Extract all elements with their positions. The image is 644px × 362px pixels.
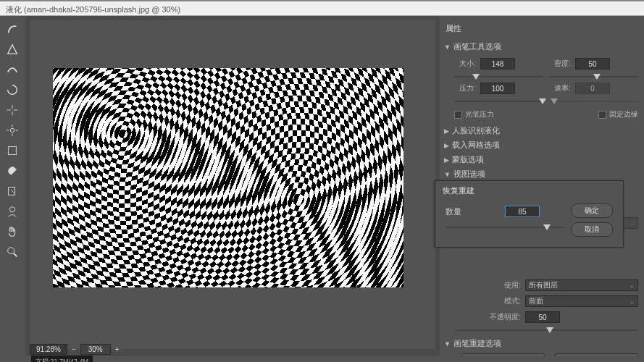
- section-view-options[interactable]: ▼视图选项: [444, 167, 638, 182]
- size-label: 大小:: [454, 59, 476, 69]
- dialog-title: 恢复重建: [435, 181, 623, 199]
- section-load-mesh[interactable]: ▶载入网格选项: [444, 138, 638, 153]
- stylus-pressure-checkbox[interactable]: 光笔压力: [454, 109, 494, 119]
- section-brush-tool-options[interactable]: ▼画笔工具选项: [444, 40, 638, 54]
- size-slider[interactable]: [454, 73, 543, 80]
- opacity-slider[interactable]: [454, 327, 638, 334]
- density-slider[interactable]: [549, 73, 638, 80]
- svg-point-14: [8, 248, 14, 254]
- twirl-tool-icon[interactable]: [4, 83, 20, 97]
- bloat-tool-icon[interactable]: [4, 123, 20, 138]
- pressure-label: 压力:: [454, 83, 476, 93]
- zoom-minus-icon[interactable]: −: [72, 345, 76, 353]
- triangle-down-icon: ▼: [444, 171, 451, 178]
- section-mask-options[interactable]: ▶蒙版选项: [444, 153, 638, 167]
- face-tool-icon[interactable]: [4, 204, 20, 219]
- svg-line-12: [12, 190, 15, 193]
- svg-rect-10: [9, 147, 17, 155]
- svg-rect-11: [9, 188, 15, 195]
- mode-label: 模式:: [485, 296, 521, 306]
- triangle-right-icon: ▶: [444, 142, 449, 149]
- dialog-ok-button[interactable]: 确定: [571, 203, 613, 218]
- thaw-mask-tool-icon[interactable]: [4, 184, 20, 198]
- doc-status: 文档:21.7M/43.4M: [31, 355, 93, 362]
- triangle-right-icon: ▶: [444, 156, 449, 164]
- use-select[interactable]: 所有图层⌄: [525, 279, 638, 291]
- amount-label: 数量: [446, 206, 461, 217]
- zoom-percent[interactable]: 91.28%: [30, 344, 67, 355]
- amount-input[interactable]: [505, 206, 540, 217]
- amount-slider[interactable]: [446, 224, 564, 231]
- pin-edges-checkbox[interactable]: 固定边缘: [598, 109, 638, 119]
- canvas-viewport[interactable]: [30, 20, 435, 349]
- reconstruct-tool-icon[interactable]: [4, 42, 20, 56]
- rate-input[interactable]: [575, 83, 610, 94]
- zoom-tool-icon[interactable]: [4, 245, 20, 259]
- window-titlebar: 液化 (aman-dhakal-205796-unsplash.jpg @ 30…: [0, 0, 644, 16]
- zoom-dropdown[interactable]: 30%: [80, 344, 111, 355]
- opacity-label: 不透明度:: [485, 312, 521, 322]
- triangle-down-icon: ▼: [444, 43, 451, 51]
- svg-point-5: [11, 128, 14, 132]
- use-label: 使用:: [485, 280, 521, 290]
- density-input[interactable]: [575, 58, 610, 70]
- section-brush-reconstruct[interactable]: ▼画笔重建选项: [444, 337, 638, 351]
- dialog-cancel-button[interactable]: 取消: [571, 222, 613, 237]
- triangle-right-icon: ▶: [444, 127, 449, 135]
- window-title: 液化 (aman-dhakal-205796-unsplash.jpg @ 30…: [6, 5, 180, 14]
- opacity-input[interactable]: [525, 311, 560, 323]
- mode-select[interactable]: 前面⌄: [525, 295, 638, 307]
- chevron-down-icon: ⌄: [630, 282, 635, 289]
- canvas-image: [53, 68, 403, 287]
- zoom-plus-icon[interactable]: +: [115, 345, 120, 353]
- smooth-tool-icon[interactable]: [4, 62, 20, 77]
- svg-marker-0: [8, 45, 17, 54]
- reconstruct-button[interactable]: 重建(U)...: [461, 353, 545, 356]
- rate-label: 速率:: [549, 83, 571, 93]
- canvas-area: 91.28% − 30% + 文档:21.7M/43.4M: [25, 16, 440, 356]
- svg-point-13: [10, 207, 15, 212]
- push-left-tool-icon[interactable]: [4, 143, 20, 158]
- pressure-slider[interactable]: [454, 98, 543, 105]
- freeze-mask-tool-icon[interactable]: [4, 164, 20, 178]
- chevron-down-icon: ⌄: [630, 298, 635, 305]
- tool-toolbar: [0, 16, 25, 356]
- pucker-tool-icon[interactable]: [4, 103, 20, 117]
- size-input[interactable]: [480, 58, 515, 70]
- chevron-down-icon: ⌄: [630, 220, 635, 227]
- pressure-input[interactable]: [480, 83, 515, 94]
- panel-title: 属性: [444, 20, 638, 40]
- restore-reconstruct-dialog: 恢复重建 数量 确定 取消: [435, 180, 624, 248]
- svg-line-15: [14, 253, 17, 257]
- restore-all-button[interactable]: 恢复全部(A): [555, 353, 638, 356]
- rate-slider[interactable]: [549, 98, 638, 105]
- forward-warp-tool-icon[interactable]: [4, 22, 20, 36]
- hand-tool-icon[interactable]: [4, 224, 20, 239]
- density-label: 密度:: [549, 59, 571, 69]
- triangle-down-icon: ▼: [444, 340, 451, 348]
- section-face-liquify[interactable]: ▶人脸识别液化: [444, 124, 638, 138]
